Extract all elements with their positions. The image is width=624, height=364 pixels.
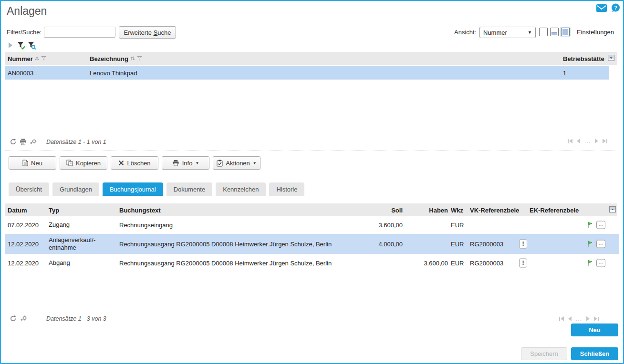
aktionen-dropdown-button[interactable]: Aktionen ▼ xyxy=(213,156,260,170)
assets-col-bezeichnung[interactable]: Bezeichnung xyxy=(90,55,142,62)
journal-vk-referenz: RG2000003 xyxy=(470,259,503,266)
asset-bezeichnung: Lenovo Thinkpad xyxy=(90,69,137,76)
view-dropdown-value: Nummer xyxy=(483,29,507,36)
green-flag-icon[interactable] xyxy=(587,259,593,266)
first-page-button[interactable] xyxy=(568,139,572,143)
schliessen-button[interactable]: Schließen xyxy=(571,347,618,360)
last-page-button[interactable] xyxy=(594,316,599,321)
column-settings-icon[interactable] xyxy=(609,206,616,212)
gear-icon[interactable] xyxy=(30,138,37,146)
neu-button[interactable]: Neu xyxy=(9,156,56,170)
journal-typ: Zugang xyxy=(49,221,118,229)
journal-col-datum[interactable]: Datum xyxy=(8,206,27,213)
clipboard-check-icon xyxy=(217,160,223,167)
journal-wkz: EUR xyxy=(451,259,464,266)
view-detail-button[interactable] xyxy=(561,28,570,36)
tab-buchungsjournal[interactable]: Buchungsjournal xyxy=(103,182,163,196)
journal-soll: 3.600,00 xyxy=(336,222,403,229)
funnel-search-icon[interactable] xyxy=(28,41,36,50)
row-more-button[interactable]: ... xyxy=(596,221,605,229)
journal-col-ek-referenz[interactable]: EK-Referenzbele xyxy=(530,206,579,213)
funnel-icon xyxy=(41,56,46,61)
printer-icon xyxy=(172,160,179,166)
journal-table-header: Datum Typ Buchungstext Soll Haben Wkz VK… xyxy=(5,203,617,216)
printer-icon[interactable] xyxy=(20,138,27,146)
journal-buchungstext: Rechnungsausgang RG2000005 D00008 Heimwe… xyxy=(119,241,372,248)
kopieren-button[interactable]: Kopieren xyxy=(60,156,107,170)
journal-wkz: EUR xyxy=(451,241,464,248)
loeschen-button[interactable]: Löschen xyxy=(111,156,158,170)
journal-typ: Abgang xyxy=(49,259,118,266)
page-ellipsis: ... xyxy=(576,317,582,320)
journal-row[interactable]: 12.02.2020 Abgang Rechnungsausgang RG200… xyxy=(5,254,619,271)
tab-historie[interactable]: Historie xyxy=(269,182,304,196)
funnel-icon xyxy=(137,56,142,61)
help-icon[interactable]: ? xyxy=(611,3,620,12)
tab-dokumente[interactable]: Dokumente xyxy=(166,182,212,196)
assets-record-status: Datensätze 1 - 1 von 1 xyxy=(46,139,106,145)
tab-uebersicht[interactable]: Übersicht xyxy=(9,182,49,196)
first-page-button[interactable] xyxy=(559,316,564,321)
next-page-button[interactable] xyxy=(586,316,590,321)
svg-text:?: ? xyxy=(614,5,617,10)
journal-neu-button[interactable]: Neu xyxy=(571,324,618,336)
view-dropdown[interactable]: Nummer ▼ xyxy=(479,27,536,38)
gear-icon[interactable] xyxy=(20,315,28,323)
view-split-button[interactable] xyxy=(550,28,559,36)
next-page-button[interactable] xyxy=(595,139,598,143)
journal-typ: Anlagenverkauf/-entnahme xyxy=(49,236,118,252)
page-ellipsis: ... xyxy=(584,140,591,142)
tab-grundlagen[interactable]: Grundlagen xyxy=(52,182,99,196)
journal-row[interactable]: 07.02.2020 Zugang Rechnungseingang 3.600… xyxy=(5,216,619,233)
green-flag-icon[interactable] xyxy=(587,241,593,248)
asset-betriebsstaette: 1 xyxy=(563,69,566,76)
journal-haben: 3.600,00 xyxy=(381,259,448,266)
assets-table-row[interactable]: AN00003 Lenovo Thinkpad 1 xyxy=(5,66,609,80)
advanced-search-button[interactable]: Erweiterte Suche xyxy=(119,26,176,39)
journal-col-wkz[interactable]: Wkz xyxy=(451,206,463,213)
sort-asc-icon xyxy=(35,57,39,61)
journal-wkz: EUR xyxy=(451,222,464,229)
settings-link[interactable]: Einstellungen xyxy=(577,29,614,36)
green-flag-icon[interactable] xyxy=(587,222,593,229)
chevron-down-icon: ▼ xyxy=(253,161,257,165)
journal-datum: 12.02.2020 xyxy=(8,241,39,248)
journal-col-typ[interactable]: Typ xyxy=(49,206,59,213)
journal-datum: 12.02.2020 xyxy=(8,259,39,266)
journal-col-vk-referenz[interactable]: VK-Referenzbele xyxy=(470,206,519,213)
journal-record-status: Datensätze 1 - 3 von 3 xyxy=(46,315,106,322)
row-more-button[interactable]: ... xyxy=(596,240,605,248)
view-list-button[interactable] xyxy=(539,28,548,36)
mail-icon[interactable] xyxy=(596,4,607,12)
info-dropdown-button[interactable]: Info ▼ xyxy=(162,156,209,170)
refresh-icon[interactable] xyxy=(10,138,17,146)
refresh-icon[interactable] xyxy=(10,315,17,323)
journal-col-buchungstext[interactable]: Buchungstext xyxy=(119,206,372,213)
funnel-check-icon[interactable] xyxy=(17,41,26,50)
asset-nummer: AN00003 xyxy=(8,69,33,76)
view-label: Ansicht: xyxy=(454,29,476,36)
chevron-down-icon: ▼ xyxy=(528,30,532,35)
sort-both-icon xyxy=(130,56,135,61)
row-more-button[interactable]: ... xyxy=(596,259,605,267)
column-settings-icon[interactable] xyxy=(608,55,614,61)
journal-row-selected[interactable]: 12.02.2020 Anlagenverkauf/-entnahme Rech… xyxy=(5,234,619,254)
detail-tabs: Übersicht Grundlagen Buchungsjournal Dok… xyxy=(9,182,304,196)
warning-button[interactable]: ! xyxy=(519,240,527,249)
assets-table-header: Nummer Bezeichnung Betriebsstätte xyxy=(5,52,617,65)
prev-page-button[interactable] xyxy=(577,139,580,143)
journal-col-haben[interactable]: Haben xyxy=(381,206,448,213)
view-split-fill xyxy=(551,32,557,35)
assets-col-betriebsstaette[interactable]: Betriebsstätte xyxy=(563,55,604,62)
filter-search-label: Filter/Suche: xyxy=(7,29,42,36)
last-page-button[interactable] xyxy=(603,139,607,143)
speichern-button[interactable]: Speichern xyxy=(521,347,567,360)
filter-search-input[interactable] xyxy=(44,27,115,38)
prev-page-button[interactable] xyxy=(568,316,572,321)
action-bar: Neu Kopieren Löschen Info ▼ Aktionen ▼ xyxy=(9,156,260,170)
journal-buchungstext: Rechnungseingang xyxy=(119,222,372,229)
warning-button[interactable]: ! xyxy=(519,258,527,267)
expand-arrow-icon[interactable] xyxy=(9,42,12,48)
tab-kennzeichen[interactable]: Kennzeichen xyxy=(216,182,266,196)
assets-col-nummer[interactable]: Nummer xyxy=(8,55,46,62)
